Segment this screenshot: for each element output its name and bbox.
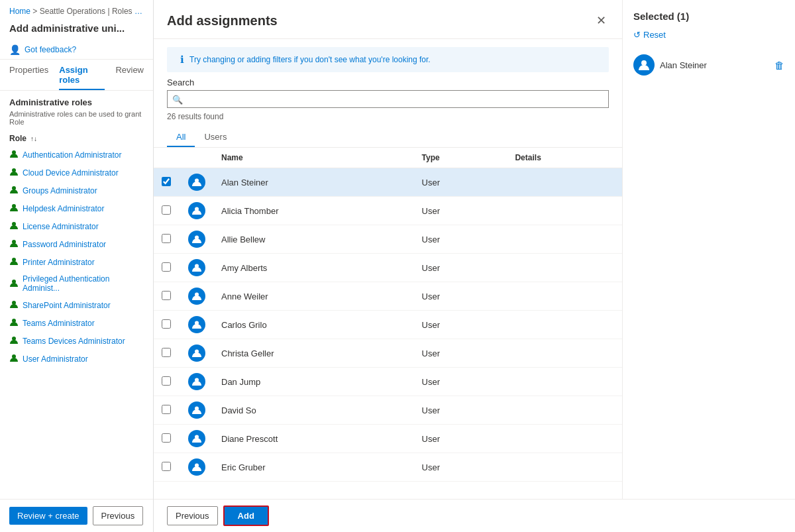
user-name-cell: Diane Prescott (213, 425, 414, 453)
filter-tab-all[interactable]: All (167, 127, 195, 147)
role-item[interactable]: Password Administrator (9, 235, 144, 253)
breadcrumb-home[interactable]: Home (9, 7, 30, 16)
left-bottom-bar: Review + create Previous (0, 499, 154, 532)
row-checkbox[interactable] (162, 177, 171, 186)
table-row: Anne WeilerUser (154, 282, 622, 311)
role-icon (9, 256, 19, 268)
table-body: Alan SteinerUserAlicia ThomberUserAllie … (154, 168, 622, 482)
col-checkbox (154, 148, 180, 168)
tab-review[interactable]: Review (115, 60, 144, 90)
role-item[interactable]: Authentication Administrator (9, 146, 144, 164)
role-icon (9, 239, 19, 250)
user-details-cell (507, 311, 622, 339)
left-panel: Home > Seattle Operations | Roles and...… (0, 0, 154, 532)
search-input-wrap: 🔍 (167, 90, 609, 108)
feedback-text: Got feedback? (25, 45, 76, 54)
tabs-row: Properties Assign roles Review (0, 60, 153, 91)
reset-label: Reset (643, 30, 666, 40)
role-item[interactable]: Cloud Device Administrator (9, 164, 144, 182)
delete-user-button[interactable]: 🗑 (774, 60, 784, 71)
user-name-cell: Amy Alberts (213, 254, 414, 282)
table-row: Allie BellewUser (154, 225, 622, 254)
modal-title: Add assignments (167, 13, 278, 28)
row-checkbox[interactable] (162, 234, 171, 243)
user-details-cell (507, 425, 622, 453)
row-checkbox[interactable] (162, 262, 171, 272)
user-type-cell: User (414, 339, 507, 368)
user-details-cell (507, 282, 622, 311)
role-icon (9, 203, 19, 214)
feedback-icon: 👤 (9, 44, 21, 55)
user-name-cell: Carlos Grilo (213, 311, 414, 339)
row-checkbox[interactable] (162, 462, 171, 471)
role-icon (9, 221, 19, 232)
role-item[interactable]: Groups Administrator (9, 182, 144, 199)
role-item[interactable]: Teams Devices Administrator (9, 332, 144, 350)
user-icon-cell (180, 311, 213, 339)
previous-button-left[interactable]: Previous (93, 506, 144, 525)
row-checkbox[interactable] (162, 433, 171, 443)
avatar (188, 430, 205, 447)
table-row: Alan SteinerUser (154, 168, 622, 197)
table-row: Dan JumpUser (154, 368, 622, 396)
role-item[interactable]: SharePoint Administrator (9, 296, 144, 314)
col-name[interactable]: Name (213, 148, 414, 168)
selected-user-name: Alan Steiner (660, 60, 707, 70)
role-item[interactable]: User Administrator (9, 350, 144, 368)
avatar (188, 458, 205, 476)
avatar (188, 231, 205, 248)
user-name-cell: Anne Weiler (213, 282, 414, 311)
user-icon-cell (180, 368, 213, 396)
table-row: David SoUser (154, 396, 622, 425)
user-details-cell (507, 225, 622, 254)
info-icon: ℹ (180, 54, 184, 66)
role-icon (9, 299, 19, 311)
page-title: Add administrative uni... (0, 20, 153, 40)
avatar (188, 345, 205, 362)
role-item[interactable]: Printer Administrator (9, 253, 144, 271)
modal-info-bar: ℹ Try changing or adding filters if you … (167, 47, 609, 72)
tab-properties[interactable]: Properties (9, 60, 48, 90)
filter-tabs: All Users (154, 127, 622, 148)
filter-tab-users[interactable]: Users (195, 127, 236, 147)
role-icon (9, 149, 19, 160)
close-button[interactable]: ✕ (594, 11, 609, 30)
row-checkbox[interactable] (162, 348, 171, 357)
search-input[interactable] (167, 90, 609, 108)
selected-user-info: Alan Steiner (633, 54, 707, 76)
role-icon (9, 185, 19, 196)
user-details-cell (507, 168, 622, 197)
search-label: Search (167, 78, 609, 87)
feedback-bar[interactable]: 👤 Got feedback? (0, 40, 153, 60)
reset-icon: ↺ (633, 30, 641, 40)
search-section: Search 🔍 26 results found (154, 78, 622, 127)
review-create-button[interactable]: Review + create (9, 507, 87, 525)
table-header-row: Name Type Details (154, 148, 622, 168)
row-checkbox[interactable] (162, 205, 171, 215)
user-details-cell (507, 453, 622, 482)
trash-icon: 🗑 (774, 60, 784, 71)
tab-assign-roles[interactable]: Assign roles (59, 60, 105, 90)
role-header: Role ↑↓ (9, 131, 144, 146)
add-button[interactable]: Add (223, 505, 269, 526)
role-item[interactable]: Teams Administrator (9, 314, 144, 332)
avatar (633, 54, 655, 76)
previous-button-modal[interactable]: Previous (167, 506, 218, 525)
row-checkbox[interactable] (162, 319, 171, 329)
row-checkbox[interactable] (162, 291, 171, 300)
reset-button[interactable]: ↺ Reset (633, 30, 784, 40)
user-name-cell: Dan Jump (213, 368, 414, 396)
role-item[interactable]: Privileged Authentication Administ... (9, 271, 144, 296)
col-icon-header (180, 148, 213, 168)
role-item[interactable]: Helpdesk Administrator (9, 199, 144, 217)
user-icon-cell (180, 254, 213, 282)
info-text: Try changing or adding filters if you do… (189, 55, 431, 64)
user-type-cell: User (414, 453, 507, 482)
table-row: Amy AlbertsUser (154, 254, 622, 282)
user-details-cell (507, 254, 622, 282)
user-icon-cell (180, 168, 213, 197)
row-checkbox[interactable] (162, 405, 171, 414)
row-checkbox[interactable] (162, 376, 171, 386)
role-item[interactable]: License Administrator (9, 217, 144, 235)
user-type-cell: User (414, 197, 507, 225)
